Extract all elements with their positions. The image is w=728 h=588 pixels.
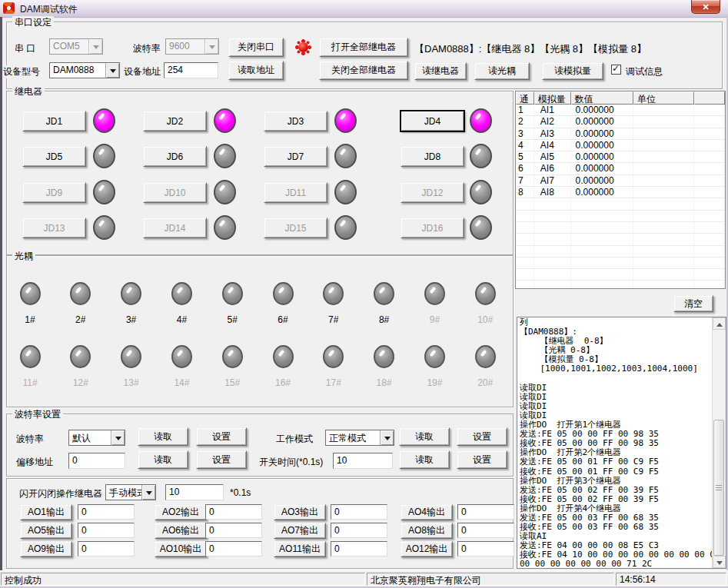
ao-output-input-ao3[interactable]: 0 (331, 504, 387, 520)
ao-output-input-ao1[interactable]: 0 (78, 504, 135, 520)
relay-button-jd7[interactable]: JD7 (264, 146, 327, 167)
relay-button-jd2[interactable]: JD2 (143, 111, 207, 131)
read-relay-button[interactable]: 读继电器 (414, 62, 467, 80)
analog-table-cell (571, 281, 633, 289)
scroll-down-button[interactable] (713, 556, 726, 568)
ao-output-input-ao7[interactable]: 0 (331, 523, 387, 538)
ao-output-button-ao6[interactable]: AO6输出 (155, 523, 207, 539)
offset-address-label: 偏移地址 (16, 456, 53, 469)
analog-table-cell (534, 246, 571, 257)
ao-output-button-ao10[interactable]: AO10输出 (155, 541, 207, 557)
relay-button-jd16[interactable]: JD16 (401, 218, 464, 238)
baud-set-button[interactable]: 设置 (196, 427, 247, 446)
relay-button-jd1[interactable]: JD1 (22, 111, 86, 131)
offset-set-button[interactable]: 设置 (196, 450, 247, 469)
clear-log-button[interactable]: 清空 (673, 295, 713, 312)
scroll-up-button[interactable] (713, 317, 726, 330)
switch-time-set-button[interactable]: 设置 (457, 450, 507, 469)
ao-output-button-ao9[interactable]: AO9输出 (20, 541, 72, 557)
ao-output-input-ao2[interactable]: 0 (205, 504, 262, 520)
scrollbar-thumb[interactable] (713, 420, 724, 556)
relay-button-jd11[interactable]: JD11 (264, 182, 327, 203)
close-button[interactable]: ✕ (691, 0, 720, 14)
debug-info-checkbox[interactable]: ✓ (611, 65, 621, 75)
analog-table-cell: 0.000000 (571, 163, 633, 174)
analog-table-cell (571, 269, 633, 280)
relay-button-jd4[interactable]: JD4 (401, 111, 464, 131)
ao-output-button-ao8[interactable]: AO8输出 (401, 523, 453, 539)
device-address-input[interactable]: 254 (164, 62, 218, 78)
read-address-button[interactable]: 读取地址 (228, 61, 284, 80)
device-model-select[interactable]: DAM0888 (49, 62, 120, 78)
relay-indicator-jd6 (214, 144, 236, 168)
baudrate-dropdown-arrow[interactable] (204, 39, 218, 54)
baud-dropdown-arrow[interactable] (111, 430, 125, 445)
ao-output-input-ao12[interactable]: 0 (457, 541, 514, 556)
flash-time-input[interactable]: 10 (165, 484, 224, 500)
flash-mode-dropdown-arrow[interactable] (141, 485, 155, 500)
analog-table-cell: 0.000000 (571, 140, 633, 151)
relay-button-jd5[interactable]: JD5 (22, 146, 86, 167)
ao-output-input-ao6[interactable]: 0 (205, 523, 262, 538)
offset-read-button[interactable]: 读取 (138, 450, 188, 469)
analog-table-cell: AI1 (534, 105, 571, 115)
close-all-relays-button[interactable]: 关闭全部继电器 (319, 61, 408, 80)
ao-output-button-ao3[interactable]: AO3输出 (274, 504, 326, 520)
work-mode-read-button[interactable]: 读取 (399, 427, 450, 446)
analog-table-cell (633, 175, 694, 186)
analog-table-cell (571, 246, 633, 257)
switch-time-input[interactable]: 10 (333, 453, 393, 469)
switch-time-read-button[interactable]: 读取 (399, 450, 450, 469)
relay-button-jd15[interactable]: JD15 (264, 218, 327, 238)
ao-output-button-ao2[interactable]: AO2输出 (155, 504, 207, 520)
baud-value: 默认 (72, 432, 91, 445)
ao-output-button-ao11[interactable]: AO11输出 (274, 541, 326, 557)
ao-output-button-ao12[interactable]: AO12输出 (401, 541, 453, 557)
analog-table-cell: 2 (516, 116, 534, 127)
relay-button-jd3[interactable]: JD3 (264, 111, 327, 131)
indicator-shine-icon (75, 350, 82, 357)
port-select[interactable]: COM5 (49, 38, 103, 55)
baud-read-button[interactable]: 读取 (138, 427, 188, 446)
relay-button-jd9[interactable]: JD9 (22, 182, 86, 203)
baud-select[interactable]: 默认 (68, 430, 125, 446)
baudrate-select[interactable]: 9600 (165, 38, 219, 55)
open-all-relays-button[interactable]: 打开全部继电器 (319, 38, 408, 57)
work-mode-select[interactable]: 正常模式 (325, 430, 394, 446)
work-mode-set-button[interactable]: 设置 (457, 427, 507, 446)
analog-table-cell (694, 128, 725, 139)
ao-output-button-ao5[interactable]: AO5输出 (20, 523, 72, 539)
relay-button-jd12[interactable]: JD12 (401, 182, 464, 203)
relay-button-jd14[interactable]: JD14 (143, 218, 207, 238)
read-opto-button[interactable]: 读光耦 (474, 62, 530, 80)
close-serial-button[interactable]: 关闭串口 (228, 38, 284, 57)
relay-button-jd10[interactable]: JD10 (143, 182, 207, 203)
relay-button-jd13[interactable]: JD13 (22, 218, 86, 238)
relay-button-jd8[interactable]: JD8 (401, 146, 464, 167)
ao-output-button-ao1[interactable]: AO1输出 (20, 504, 72, 520)
flash-mode-select[interactable]: 手动模式 (105, 484, 156, 500)
ao-output-input-ao8[interactable]: 0 (457, 523, 514, 538)
status-bar: 控制成功 北京聚英翱翔电子有限公司 14:56:14 (0, 570, 728, 586)
log-scrollbar[interactable] (712, 317, 726, 568)
port-dropdown-arrow[interactable] (88, 39, 102, 54)
relay-button-jd6[interactable]: JD6 (143, 146, 207, 167)
offset-address-input[interactable]: 0 (68, 453, 125, 469)
ao-output-button-ao7[interactable]: AO7输出 (274, 523, 326, 539)
device-summary: 【DAM0888】:【继电器 8】【光耦 8】【模拟量 8】 (414, 42, 647, 56)
ao-output-input-ao5[interactable]: 0 (78, 523, 135, 538)
ao-output-button-ao4[interactable]: AO4输出 (401, 504, 453, 520)
ao-output-input-ao9[interactable]: 0 (78, 541, 135, 556)
analog-table-header-cell: 通 (516, 91, 534, 105)
ao-output-input-ao10[interactable]: 0 (205, 541, 262, 556)
analog-table-row (516, 246, 725, 257)
ao-output-input-ao4[interactable]: 0 (457, 504, 514, 520)
ao-output-input-ao11[interactable]: 0 (331, 541, 387, 556)
indicator-shine-icon (126, 287, 133, 294)
indicator-shine-icon (278, 287, 284, 294)
device-model-dropdown-arrow[interactable] (105, 63, 119, 78)
work-mode-dropdown-arrow[interactable] (380, 430, 394, 445)
opto-group-title: 光耦 (12, 250, 35, 263)
indicator-shine-icon (98, 113, 105, 120)
read-analog-button[interactable]: 读模拟量 (542, 62, 603, 80)
